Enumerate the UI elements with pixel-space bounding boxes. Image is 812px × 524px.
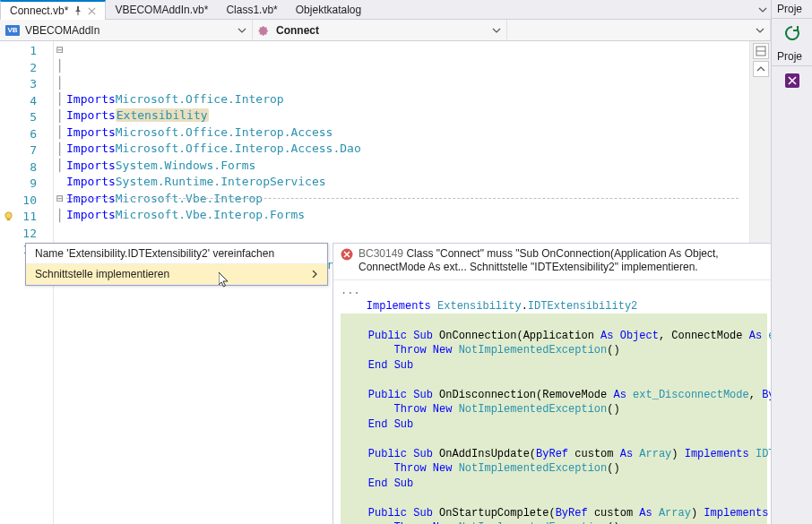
fold-toggle: │ xyxy=(54,207,66,224)
svg-point-0 xyxy=(5,212,12,219)
code-line[interactable]: ImportsMicrosoft.Office.Interop.Access xyxy=(66,125,749,142)
document-tabs: Connect.vb* VBECOMAddIn.vb* Class1.vb* O… xyxy=(0,0,771,20)
side-tab-label: Proje xyxy=(777,50,802,63)
navigation-bar: VB VBECOMAddIn Connect xyxy=(0,20,771,41)
fold-toggle: │ xyxy=(54,141,66,158)
code-line[interactable]: ImportsExtensibility xyxy=(66,107,749,125)
fold-toggle xyxy=(54,174,66,191)
chevron-up-icon xyxy=(756,64,765,73)
side-tab-projektmappe[interactable]: Proje xyxy=(772,0,812,19)
error-message: Class "Connect" muss "Sub OnConnection(A… xyxy=(358,247,719,273)
quick-action-implement-interface[interactable]: Schnittstelle implementieren xyxy=(26,264,327,285)
fold-toggle[interactable]: ⊟ xyxy=(54,191,66,208)
chevron-right-icon xyxy=(311,271,318,278)
fold-toggle: │ xyxy=(54,107,66,125)
error-code: BC30149 xyxy=(358,247,403,260)
quick-action-label: Schnittstelle implementieren xyxy=(35,268,169,280)
nav-type-text: Connect xyxy=(276,24,487,37)
error-icon xyxy=(341,248,353,261)
refresh-icon[interactable] xyxy=(783,24,801,42)
nav-namespace-text: VBECOMAddIn xyxy=(25,24,232,37)
code-line[interactable] xyxy=(66,224,749,241)
code-fix-preview-panel: BC30149 Class "Connect" muss "Sub OnConn… xyxy=(333,243,771,524)
tab-label: Connect.vb* xyxy=(10,4,68,17)
nav-member-dropdown[interactable] xyxy=(507,20,771,40)
fold-toggle: │ xyxy=(54,91,66,108)
tab-objektkatalog[interactable]: Objektkatalog xyxy=(287,0,370,19)
preview-body[interactable]: ... Implements Extensibility.IDTExtensib… xyxy=(333,280,771,524)
chevron-down-icon xyxy=(492,26,501,35)
code-line[interactable]: ImportsSystem.Windows.Forms xyxy=(66,158,749,175)
tab-overflow-dropdown[interactable] xyxy=(755,0,771,19)
code-line[interactable]: ImportsSystem.Runtime.InteropServices xyxy=(66,174,749,191)
tab-label: Class1.vb* xyxy=(226,4,277,16)
chevron-down-icon xyxy=(756,26,764,35)
lightbulb-icon[interactable] xyxy=(4,211,13,221)
vs-purple-icon[interactable] xyxy=(783,72,801,90)
puzzle-icon xyxy=(258,24,271,37)
svg-rect-1 xyxy=(7,219,11,220)
split-editor-button[interactable] xyxy=(753,43,769,59)
tab-vbecomaddin-vb[interactable]: VBECOMAddIn.vb* xyxy=(106,0,217,19)
error-text: BC30149 Class "Connect" muss "Sub OnConn… xyxy=(358,247,764,274)
fold-toggle: │ xyxy=(54,74,66,91)
side-tab-projektmappe-2[interactable]: Proje xyxy=(772,47,812,66)
fold-toggle: │ xyxy=(54,158,66,175)
side-tab-label: Proje xyxy=(777,3,802,15)
tab-label: Objektkatalog xyxy=(296,4,361,16)
quick-actions-popup: Name 'Extensibility.IDTExtensibility2' v… xyxy=(25,243,328,286)
scroll-up-button[interactable] xyxy=(753,61,769,77)
split-icon xyxy=(756,46,766,56)
fold-toggle xyxy=(54,224,66,241)
fold-toggle[interactable]: ⊟ xyxy=(54,41,66,58)
quick-action-simplify-name[interactable]: Name 'Extensibility.IDTExtensibility2' v… xyxy=(26,244,327,264)
preview-header: BC30149 Class "Connect" muss "Sub OnConn… xyxy=(333,244,771,280)
code-line[interactable]: ImportsMicrosoft.Vbe.Interop.Forms xyxy=(66,207,749,224)
fold-toggle: │ xyxy=(54,58,66,75)
pin-icon xyxy=(73,6,82,15)
tab-connect-vb[interactable]: Connect.vb* xyxy=(0,0,106,20)
tab-class1-vb[interactable]: Class1.vb* xyxy=(217,0,286,19)
code-line[interactable]: ImportsMicrosoft.Office.Interop.Access.D… xyxy=(66,141,749,158)
chevron-down-icon xyxy=(238,26,246,35)
tab-label: VBECOMAddIn.vb* xyxy=(115,4,208,16)
code-line[interactable]: ImportsMicrosoft.Office.Interop xyxy=(66,91,749,108)
nav-type-dropdown[interactable]: Connect xyxy=(253,20,507,40)
quick-action-label: Name 'Extensibility.IDTExtensibility2' v… xyxy=(35,247,274,260)
mouse-cursor-icon xyxy=(219,272,230,288)
vb-badge-icon: VB xyxy=(5,25,20,36)
region-separator xyxy=(66,198,739,199)
close-icon[interactable] xyxy=(88,7,96,15)
code-editor[interactable]: 12345678910111213 ⊟│││││││⊟│ ImportsMicr… xyxy=(0,41,771,524)
fold-toggle: │ xyxy=(54,125,66,142)
nav-namespace-dropdown[interactable]: VB VBECOMAddIn xyxy=(0,20,253,40)
chevron-down-icon xyxy=(758,5,767,14)
side-toolwindow-strip: Proje Proje xyxy=(771,0,812,524)
